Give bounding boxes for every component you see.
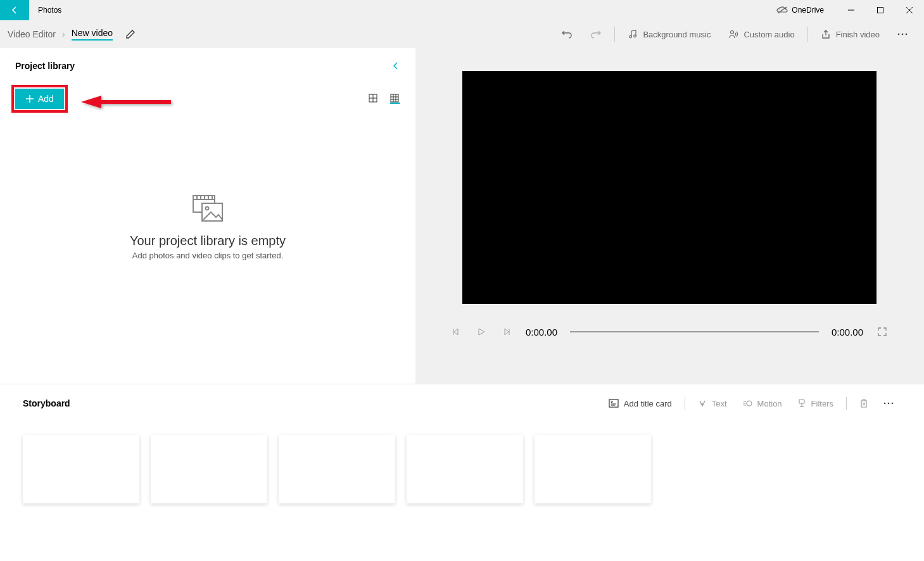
playback-controls: 0:00.00 0:00.00	[445, 325, 894, 338]
total-time: 0:00.00	[832, 327, 863, 337]
breadcrumb-root[interactable]: Video Editor	[8, 29, 56, 39]
add-title-card-button[interactable]: Add title card	[601, 399, 680, 408]
svg-point-40	[611, 401, 612, 402]
finish-video-button[interactable]: Finish video	[812, 20, 889, 48]
library-title: Project library	[15, 61, 75, 71]
fullscreen-icon	[877, 327, 887, 337]
close-button[interactable]	[895, 0, 924, 20]
motion-button[interactable]: Motion	[735, 399, 790, 408]
delete-button[interactable]	[852, 398, 876, 408]
svg-point-10	[906, 34, 908, 35]
filters-button[interactable]: Filters	[790, 399, 841, 408]
next-frame-button[interactable]	[500, 325, 513, 338]
storyboard-slots	[23, 435, 901, 503]
minimize-button[interactable]	[837, 0, 866, 20]
library-empty-state: Your project library is empty Add photos…	[15, 84, 400, 371]
storyboard-slot[interactable]	[407, 435, 523, 503]
svg-point-48	[884, 403, 886, 405]
text-button[interactable]: Text	[690, 399, 735, 408]
undo-button[interactable]	[552, 20, 581, 48]
onedrive-status[interactable]: OneDrive	[776, 6, 824, 15]
svg-point-41	[747, 401, 752, 406]
seek-bar[interactable]	[570, 331, 819, 332]
title-card-icon	[609, 399, 619, 408]
minimize-icon	[848, 7, 854, 13]
fullscreen-button[interactable]	[876, 325, 889, 338]
toolbar-more-button[interactable]	[889, 20, 916, 48]
project-library-panel: Project library Add	[0, 48, 415, 384]
person-audio-icon	[728, 29, 738, 39]
finish-video-label: Finish video	[836, 30, 880, 39]
empty-library-icon	[192, 194, 224, 222]
chevron-left-icon	[391, 61, 400, 70]
storyboard-slot[interactable]	[151, 435, 267, 503]
undo-icon	[561, 28, 573, 40]
ellipsis-icon	[883, 402, 894, 405]
music-note-icon	[628, 29, 638, 39]
svg-point-9	[902, 34, 904, 35]
storyboard-slot[interactable]	[535, 435, 651, 503]
redo-icon	[590, 28, 602, 40]
breadcrumb: Video Editor › New video	[8, 28, 113, 41]
storyboard-slot[interactable]	[23, 435, 139, 503]
svg-marker-32	[454, 329, 458, 335]
svg-marker-35	[505, 329, 509, 335]
collapse-library-button[interactable]	[391, 61, 400, 70]
svg-rect-45	[799, 400, 804, 403]
motion-label: Motion	[757, 399, 782, 408]
empty-subtitle: Add photos and video clips to get starte…	[132, 251, 284, 260]
svg-point-5	[630, 35, 632, 38]
svg-point-7	[731, 31, 734, 34]
titlebar: Photos OneDrive	[0, 0, 924, 20]
storyboard-title: Storyboard	[23, 398, 70, 408]
maximize-icon	[877, 7, 883, 13]
add-title-card-label: Add title card	[624, 399, 672, 408]
empty-title: Your project library is empty	[130, 234, 286, 248]
play-icon	[477, 327, 486, 336]
main-area: Project library Add	[0, 48, 924, 384]
svg-point-6	[634, 35, 636, 37]
app-title: Photos	[38, 6, 61, 15]
close-icon	[906, 7, 913, 13]
storyboard-slot[interactable]	[279, 435, 395, 503]
chevron-right-icon: ›	[62, 29, 65, 39]
filters-icon	[797, 399, 806, 408]
arrow-left-icon	[9, 5, 20, 15]
play-button[interactable]	[475, 325, 488, 338]
previous-frame-button[interactable]	[450, 325, 462, 338]
step-back-icon	[452, 327, 460, 336]
svg-point-8	[898, 34, 900, 35]
background-music-label: Background music	[643, 30, 711, 39]
cloud-off-icon	[776, 6, 788, 14]
storyboard-more-button[interactable]	[876, 402, 901, 405]
background-music-button[interactable]: Background music	[619, 20, 719, 48]
trash-icon	[859, 398, 868, 408]
preview-panel: 0:00.00 0:00.00	[415, 48, 924, 384]
svg-rect-2	[878, 8, 883, 13]
add-button[interactable]: Add	[15, 89, 64, 109]
text-icon	[698, 399, 707, 408]
storyboard-panel: Storyboard Add title card Text Motion Fi…	[0, 384, 924, 561]
text-label: Text	[712, 399, 727, 408]
custom-audio-label: Custom audio	[744, 30, 794, 39]
maximize-button[interactable]	[866, 0, 895, 20]
svg-rect-37	[609, 400, 618, 407]
svg-point-49	[888, 403, 890, 405]
redo-button[interactable]	[581, 20, 611, 48]
edit-name-button[interactable]	[125, 29, 136, 39]
add-button-label: Add	[38, 94, 54, 104]
video-preview-canvas	[462, 71, 877, 304]
export-icon	[821, 29, 831, 39]
step-forward-icon	[502, 327, 511, 336]
plus-icon	[25, 94, 34, 103]
breadcrumb-current[interactable]: New video	[72, 28, 113, 41]
current-time: 0:00.00	[526, 327, 557, 337]
motion-icon	[742, 399, 752, 408]
custom-audio-button[interactable]: Custom audio	[719, 20, 803, 48]
pencil-icon	[125, 29, 136, 39]
filters-label: Filters	[811, 399, 833, 408]
back-button[interactable]	[0, 0, 29, 20]
onedrive-label: OneDrive	[792, 6, 824, 15]
svg-marker-34	[479, 329, 484, 335]
ellipsis-icon	[897, 33, 908, 35]
